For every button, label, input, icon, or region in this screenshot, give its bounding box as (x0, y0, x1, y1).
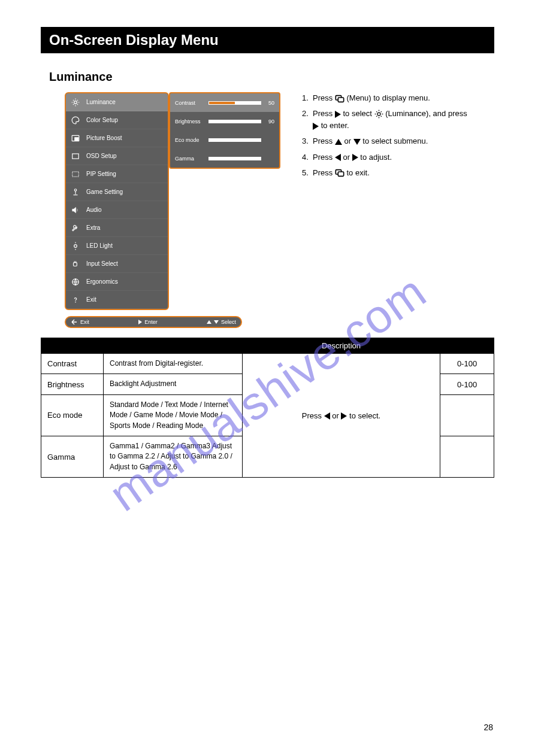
osd-item-osdsetup: OSD Setup (66, 147, 168, 165)
step-text: Press (313, 109, 335, 118)
step-text: Press (313, 153, 335, 162)
table-row: Contrast Contrast from Digital-register.… (41, 354, 494, 374)
step-3: 3. Press or to select submenu. (302, 135, 494, 147)
step-text: to exit. (346, 168, 369, 177)
step-5: 5. Press to exit. (302, 167, 494, 179)
slider-track (208, 120, 261, 123)
step-text: to select submenu. (362, 136, 428, 145)
osd-item-input: Input Select (66, 255, 168, 273)
triangle-right-icon (341, 412, 347, 420)
osd-item-pipsetting: PIP Setting (66, 165, 168, 183)
osd-item-ergonomics: Ergonomics (66, 273, 168, 291)
osd-item-label: Input Select (86, 260, 118, 267)
page-number: 28 (483, 722, 493, 732)
step-text: or (343, 153, 352, 162)
osd-item-audio: Audio (66, 201, 168, 219)
footer-enter: Enter (138, 319, 158, 325)
triangle-right-icon (138, 320, 142, 324)
action-text: to select. (349, 411, 380, 420)
svg-line-35 (376, 111, 377, 112)
slider-track (208, 101, 261, 105)
td-desc: Gamma1 / Gamma2 / Gamma3 Adjust to Gamma… (104, 436, 243, 477)
svg-line-8 (73, 99, 74, 100)
triangle-up-icon (335, 139, 342, 145)
brightness-icon (374, 110, 383, 119)
osd-item-color: Color Setup (66, 111, 168, 129)
frame-icon (71, 151, 80, 161)
plug-icon (71, 259, 80, 269)
footer-select: Select (207, 319, 236, 325)
osd-item-luminance: Luminance (66, 93, 168, 111)
speaker-icon (71, 205, 80, 215)
sub-label: Gamma (175, 156, 205, 162)
osd-item-label: PIP Setting (86, 171, 116, 177)
boost-icon (71, 169, 80, 179)
svg-point-13 (74, 189, 77, 191)
step-text: or (344, 136, 353, 145)
td-range: 0-100 (440, 374, 494, 394)
action-text: Press (302, 411, 324, 420)
td-name: Contrast (41, 354, 104, 374)
globe-icon (71, 277, 80, 287)
td-range (440, 436, 494, 477)
osd-item-label: LED Light (86, 242, 113, 249)
step-text: to select (343, 109, 374, 118)
sub-label: Brightness (175, 119, 205, 125)
palette-icon (71, 116, 80, 125)
svg-marker-16 (72, 207, 76, 212)
td-range: 0-100 (440, 354, 494, 374)
osd-item-label: Exit (86, 296, 96, 303)
triangle-down-icon (353, 139, 361, 145)
triangle-right-icon (313, 123, 319, 130)
svg-rect-26 (338, 98, 343, 102)
light-icon (71, 241, 80, 251)
joystick-icon (71, 187, 80, 197)
td-name: Brightness (41, 374, 104, 394)
menu-icon (335, 95, 344, 103)
svg-rect-11 (72, 153, 79, 158)
wrench-icon (71, 223, 80, 233)
osd-item-label: OSD Setup (86, 153, 117, 159)
slider-track (208, 157, 261, 160)
svg-line-32 (380, 111, 381, 112)
footer-select-label: Select (221, 319, 236, 325)
svg-rect-20 (74, 262, 77, 266)
step-2: 2. Press to select (Luminance), and pres… (302, 108, 494, 132)
svg-rect-37 (338, 172, 343, 176)
osd-main-panel: Luminance Color Setup Picture Boost (65, 92, 169, 310)
step-4: 4. Press or to adjust. (302, 151, 494, 163)
osd-item-picboost: Picture Boost (66, 129, 168, 147)
td-name: Eco mode (41, 394, 104, 436)
pip-icon (71, 133, 80, 143)
footer-exit: Exit (71, 318, 89, 326)
triangle-up-icon (207, 320, 211, 324)
sub-label: Contrast (175, 100, 205, 106)
svg-line-7 (77, 104, 78, 104)
th-description: Description (243, 338, 440, 354)
svg-line-33 (376, 116, 377, 117)
td-action: Press or to select. (243, 354, 440, 478)
sub-contrast: Contrast 50 (170, 93, 279, 112)
sub-value: 90 (265, 119, 274, 125)
osd-item-exit: Exit (66, 291, 168, 309)
svg-rect-12 (72, 171, 79, 176)
footer-enter-label: Enter (144, 319, 158, 325)
triangle-right-icon (335, 111, 341, 118)
footer-exit-label: Exit (80, 319, 89, 325)
action-text: or (332, 411, 341, 420)
svg-rect-10 (75, 137, 78, 140)
osd-item-label: Audio (86, 207, 102, 213)
triangle-left-icon (324, 412, 330, 420)
svg-line-34 (380, 116, 381, 117)
slider-track (208, 138, 261, 142)
osd-item-label: Ergonomics (86, 278, 118, 285)
sub-gamma: Gamma (170, 149, 279, 168)
osd-sub-panel: Contrast 50 Brightness 90 Eco mode Gamma (169, 92, 280, 169)
th-blank3 (440, 338, 494, 354)
instruction-steps: 1. Press (Menu) to display menu. 2. Pres… (302, 92, 494, 328)
osd-item-label: Game Setting (86, 189, 123, 195)
table-header-row: Description (41, 338, 494, 354)
exit-pip-icon (335, 169, 344, 177)
sub-brightness: Brightness 90 (170, 112, 279, 130)
th-blank2 (104, 338, 243, 354)
